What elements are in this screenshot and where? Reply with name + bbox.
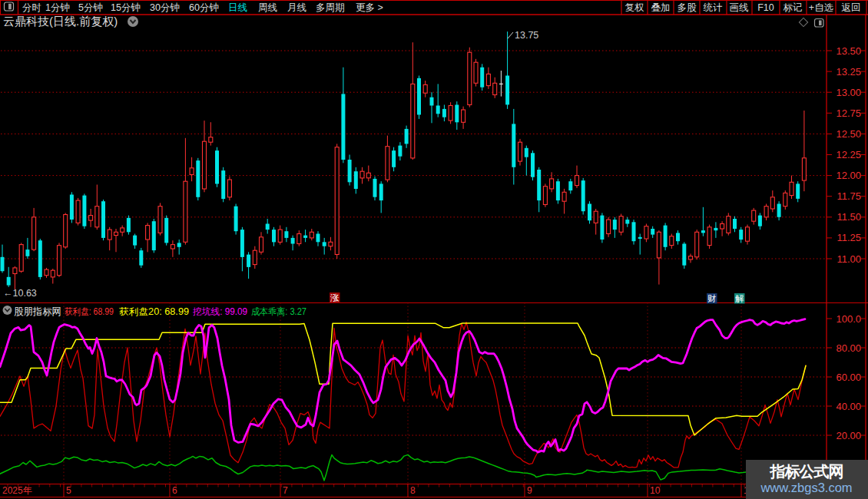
svg-text:10: 10 — [650, 485, 661, 496]
svg-text:13.25: 13.25 — [836, 66, 861, 78]
svg-text:www.zbgs3.com: www.zbgs3.com — [760, 481, 852, 494]
svg-text:股朋指标网: 股朋指标网 — [14, 306, 61, 317]
svg-text:更多 >: 更多 > — [356, 2, 383, 13]
svg-text:F10: F10 — [757, 2, 774, 13]
svg-text:多周期: 多周期 — [316, 2, 345, 13]
svg-text:月线: 月线 — [287, 2, 306, 13]
svg-text:周线: 周线 — [258, 2, 277, 13]
svg-text:统计: 统计 — [704, 2, 724, 13]
svg-text:40.00: 40.00 — [836, 401, 861, 412]
svg-text:100.0: 100.0 — [836, 313, 861, 325]
svg-text:+自选: +自选 — [809, 2, 833, 13]
svg-text:2025年: 2025年 — [2, 485, 32, 496]
svg-text:12.00: 12.00 — [836, 170, 861, 181]
svg-text:多股: 多股 — [678, 2, 697, 13]
svg-text:12.75: 12.75 — [836, 107, 861, 119]
svg-text:成本乖离: 3.27: 成本乖离: 3.27 — [251, 306, 306, 317]
svg-text:日线: 日线 — [228, 2, 247, 13]
svg-text:返回: 返回 — [842, 2, 861, 13]
svg-text:6: 6 — [172, 485, 177, 496]
svg-text:11.25: 11.25 — [837, 232, 861, 243]
svg-text:11.00: 11.00 — [837, 253, 861, 265]
svg-text:获利盘: 68.99: 获利盘: 68.99 — [65, 306, 114, 317]
svg-text:7: 7 — [283, 485, 288, 496]
svg-text:8: 8 — [410, 485, 416, 496]
svg-text:9: 9 — [527, 485, 532, 496]
svg-text:60分钟: 60分钟 — [189, 2, 219, 13]
svg-text:13.00: 13.00 — [836, 87, 861, 98]
svg-text:13.50: 13.50 — [836, 45, 861, 57]
svg-text:涨: 涨 — [330, 293, 340, 302]
svg-text:画线: 画线 — [730, 2, 749, 13]
svg-text:60.00: 60.00 — [836, 372, 861, 383]
svg-text:1分钟: 1分钟 — [45, 2, 70, 13]
svg-text:13.75: 13.75 — [515, 30, 538, 41]
svg-text:12.25: 12.25 — [836, 149, 861, 160]
svg-text:复权: 复权 — [625, 2, 645, 13]
svg-text:20.00: 20.00 — [836, 430, 861, 441]
svg-text:分时: 分时 — [22, 2, 41, 13]
svg-text:11.50: 11.50 — [837, 211, 861, 223]
svg-text:叠加: 叠加 — [651, 2, 671, 13]
svg-text:云鼎科技(日线.前复权): 云鼎科技(日线.前复权) — [3, 15, 118, 28]
svg-text:标记: 标记 — [784, 2, 803, 13]
svg-text:30分钟: 30分钟 — [150, 2, 180, 13]
svg-text:5分钟: 5分钟 — [78, 2, 103, 13]
svg-text:80.00: 80.00 — [836, 342, 861, 354]
svg-text:指标公式网: 指标公式网 — [770, 463, 843, 480]
svg-text:11.75: 11.75 — [837, 190, 861, 202]
svg-text:获利盘20: 68.99: 获利盘20: 68.99 — [119, 306, 189, 317]
svg-text:12.50: 12.50 — [836, 128, 861, 140]
svg-text:15分钟: 15分钟 — [111, 2, 141, 13]
svg-text:挖坑线: 99.09: 挖坑线: 99.09 — [193, 306, 247, 317]
svg-text:财: 财 — [707, 294, 717, 303]
svg-text:←10.63: ←10.63 — [3, 288, 37, 299]
svg-text:解: 解 — [735, 294, 744, 303]
